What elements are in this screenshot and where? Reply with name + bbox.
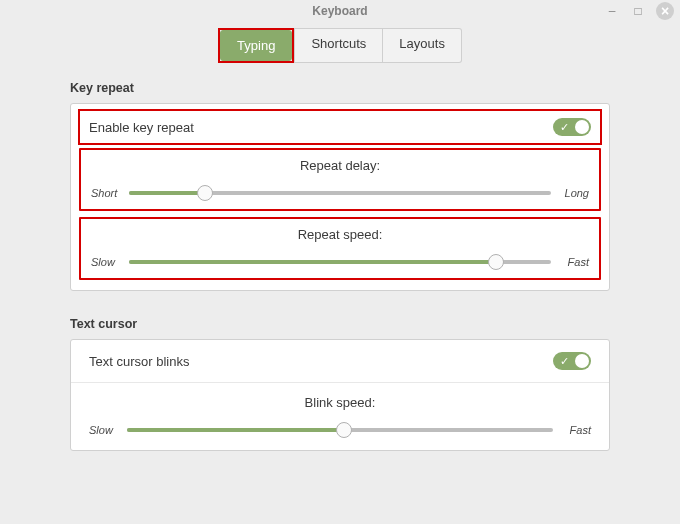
content: Key repeat Enable key repeat ✓ Repeat de… [0,81,680,451]
key-repeat-panel: Enable key repeat ✓ Repeat delay: Short … [70,103,610,291]
check-icon: ✓ [560,356,569,367]
repeat-speed-row: Repeat speed: Slow Fast [79,217,601,280]
key-repeat-heading: Key repeat [70,81,610,95]
blink-speed-row: Blink speed: Slow Fast [71,382,609,450]
blink-speed-hi: Fast [561,424,591,436]
repeat-speed-hi: Fast [559,256,589,268]
tab-shortcuts[interactable]: Shortcuts [294,28,383,63]
tabs-row: Typing Shortcuts Layouts [0,22,680,73]
check-icon: ✓ [560,122,569,133]
text-cursor-panel: Text cursor blinks ✓ Blink speed: Slow F… [70,339,610,451]
tabs: Typing Shortcuts Layouts [218,28,462,63]
enable-key-repeat-switch[interactable]: ✓ [553,118,591,136]
repeat-delay-lo: Short [91,187,121,199]
repeat-speed-label: Repeat speed: [91,227,589,242]
blink-speed-label: Blink speed: [89,395,591,410]
repeat-delay-label: Repeat delay: [91,158,589,173]
minimize-icon[interactable]: – [604,3,620,19]
repeat-delay-hi: Long [559,187,589,199]
repeat-delay-row: Repeat delay: Short Long [79,148,601,211]
tab-typing[interactable]: Typing [220,30,292,61]
repeat-speed-lo: Slow [91,256,121,268]
cursor-blinks-switch[interactable]: ✓ [553,352,591,370]
titlebar: Keyboard – □ × [0,0,680,22]
window-title: Keyboard [312,4,367,18]
cursor-blinks-row: Text cursor blinks ✓ [71,340,609,382]
maximize-icon[interactable]: □ [630,3,646,19]
cursor-blinks-label: Text cursor blinks [89,354,189,369]
blink-speed-slider[interactable] [127,422,553,438]
close-icon[interactable]: × [656,2,674,20]
tab-layouts[interactable]: Layouts [383,28,462,63]
highlight-typing-tab: Typing [218,28,294,63]
blink-speed-lo: Slow [89,424,119,436]
enable-key-repeat-row: Enable key repeat ✓ [79,110,601,144]
enable-key-repeat-label: Enable key repeat [89,120,194,135]
repeat-delay-slider[interactable] [129,185,551,201]
text-cursor-heading: Text cursor [70,317,610,331]
switch-knob [575,354,589,368]
window-controls: – □ × [604,2,674,20]
switch-knob [575,120,589,134]
repeat-speed-slider[interactable] [129,254,551,270]
